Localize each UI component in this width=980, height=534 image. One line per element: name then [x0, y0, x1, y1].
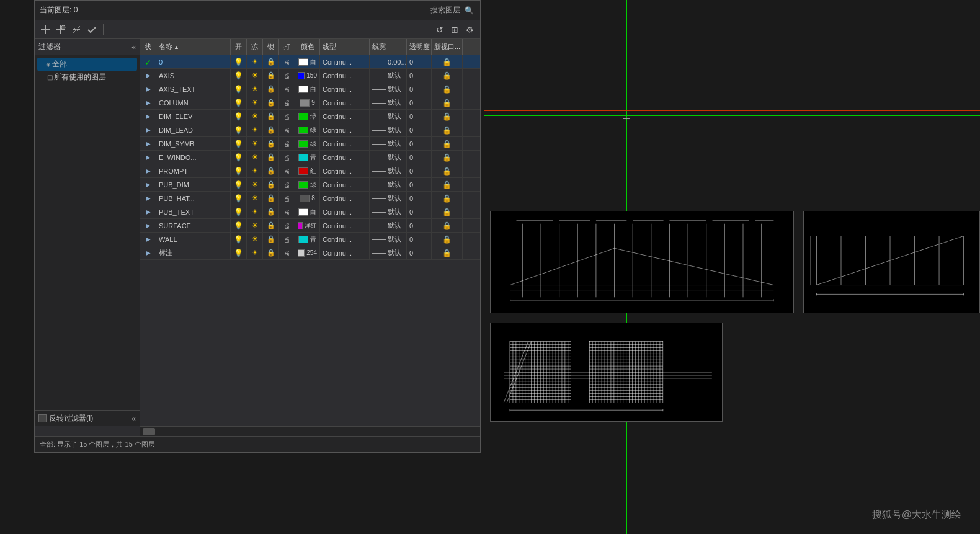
th-linetype[interactable]: 线型	[320, 39, 370, 55]
td-on[interactable]: 💡	[231, 151, 247, 164]
refresh-button[interactable]: ↺	[433, 23, 447, 37]
td-on[interactable]: 💡	[231, 137, 247, 150]
td-freeze[interactable]: ☀	[247, 82, 263, 96]
td-newvp[interactable]: 🔒	[432, 96, 463, 109]
td-linewidth[interactable]: —— 默认	[370, 178, 407, 191]
td-print[interactable]: 🖨	[279, 205, 295, 218]
td-freeze[interactable]: ☀	[247, 205, 263, 218]
td-freeze[interactable]: ☀	[247, 110, 263, 123]
td-linewidth[interactable]: —— 默认	[370, 192, 407, 205]
td-freeze[interactable]: ☀	[247, 151, 263, 164]
td-lock[interactable]: 🔒	[263, 137, 279, 150]
td-newvp[interactable]: 🔒	[432, 192, 463, 205]
td-print[interactable]: 🖨	[279, 123, 295, 136]
td-print[interactable]: 🖨	[279, 151, 295, 164]
td-lock[interactable]: 🔒	[263, 192, 279, 205]
td-lock[interactable]: 🔒	[263, 219, 279, 232]
td-color[interactable]: 150	[295, 69, 320, 82]
td-print[interactable]: 🖨	[279, 233, 295, 246]
td-lock[interactable]: 🔒	[263, 82, 279, 96]
td-newvp[interactable]: 🔒	[432, 164, 463, 177]
td-on[interactable]: 💡	[231, 123, 247, 136]
td-print[interactable]: 🖨	[279, 178, 295, 191]
td-linetype[interactable]: Continu...	[320, 82, 370, 96]
td-linewidth[interactable]: —— 默认	[370, 205, 407, 218]
th-color[interactable]: 颜色	[295, 39, 320, 55]
td-linetype[interactable]: Continu...	[320, 151, 370, 164]
th-on[interactable]: 开	[231, 39, 247, 55]
td-newvp[interactable]: 🔒	[432, 178, 463, 191]
td-linetype[interactable]: Continu...	[320, 178, 370, 191]
filter-item-used[interactable]: ◫ 所有使用的图层	[37, 71, 137, 84]
td-color[interactable]: 绿	[295, 137, 320, 150]
td-lock[interactable]: 🔒	[263, 164, 279, 177]
td-color[interactable]: 青	[295, 233, 320, 246]
td-linetype[interactable]: Continu...	[320, 110, 370, 123]
td-freeze[interactable]: ☀	[247, 123, 263, 136]
td-linewidth[interactable]: —— 默认	[370, 164, 407, 177]
table-row[interactable]: ▶ PROMPT 💡 ☀ 🔒 🖨 红 Continu... —— 默认 0	[140, 164, 480, 178]
set-current-button[interactable]	[85, 23, 99, 37]
td-linetype[interactable]: Continu...	[320, 219, 370, 232]
td-color[interactable]: 绿	[295, 178, 320, 191]
td-newvp[interactable]: 🔒	[432, 110, 463, 123]
td-newvp[interactable]: 🔒	[432, 246, 463, 259]
td-color[interactable]: 白	[295, 205, 320, 218]
td-color[interactable]: 洋红	[295, 219, 320, 232]
td-freeze[interactable]: ☀	[247, 219, 263, 232]
table-row[interactable]: ▶ PUB_HAT... 💡 ☀ 🔒 🖨 8 Continu... —— 默认 …	[140, 192, 480, 205]
td-linewidth[interactable]: —— 默认	[370, 82, 407, 96]
td-linewidth[interactable]: —— 0.00...	[370, 55, 407, 68]
td-color[interactable]: 9	[295, 96, 320, 109]
td-freeze[interactable]: ☀	[247, 164, 263, 177]
td-newvp[interactable]: 🔒	[432, 69, 463, 82]
td-color[interactable]: 白	[295, 55, 320, 68]
td-on[interactable]: 💡	[231, 192, 247, 205]
td-newvp[interactable]: 🔒	[432, 205, 463, 218]
td-print[interactable]: 🖨	[279, 55, 295, 68]
td-on[interactable]: 💡	[231, 219, 247, 232]
td-linewidth[interactable]: —— 默认	[370, 69, 407, 82]
td-color[interactable]: 青	[295, 151, 320, 164]
td-linewidth[interactable]: —— 默认	[370, 219, 407, 232]
viewport-bottom[interactable]	[490, 323, 723, 422]
td-print[interactable]: 🖨	[279, 164, 295, 177]
td-print[interactable]: 🖨	[279, 192, 295, 205]
th-name[interactable]: 名称 ▲	[156, 39, 231, 55]
td-print[interactable]: 🖨	[279, 110, 295, 123]
td-newvp[interactable]: 🔒	[432, 233, 463, 246]
td-color[interactable]: 白	[295, 82, 320, 96]
table-row[interactable]: ▶ SURFACE 💡 ☀ 🔒 🖨 洋红 Continu... —— 默认 0	[140, 219, 480, 233]
td-freeze[interactable]: ☀	[247, 55, 263, 68]
td-linetype[interactable]: Continu...	[320, 205, 370, 218]
td-linewidth[interactable]: —— 默认	[370, 233, 407, 246]
td-newvp[interactable]: 🔒	[432, 219, 463, 232]
td-lock[interactable]: 🔒	[263, 246, 279, 259]
th-lock[interactable]: 锁	[263, 39, 279, 55]
table-row[interactable]: ▶ E_WINDO... 💡 ☀ 🔒 🖨 青 Continu... —— 默认 …	[140, 151, 480, 164]
td-print[interactable]: 🖨	[279, 219, 295, 232]
table-row[interactable]: ▶ DIM_SYMB 💡 ☀ 🔒 🖨 绿 Continu... —— 默认 0	[140, 137, 480, 151]
td-freeze[interactable]: ☀	[247, 137, 263, 150]
table-row[interactable]: ▶ DIM_ELEV 💡 ☀ 🔒 🖨 绿 Continu... —— 默认 0	[140, 110, 480, 123]
filter-collapse-button[interactable]: «	[131, 43, 136, 51]
td-lock[interactable]: 🔒	[263, 205, 279, 218]
td-linewidth[interactable]: —— 默认	[370, 96, 407, 109]
td-newvp[interactable]: 🔒	[432, 151, 463, 164]
td-freeze[interactable]: ☀	[247, 233, 263, 246]
table-row[interactable]: ▶ WALL 💡 ☀ 🔒 🖨 青 Continu... —— 默认 0	[140, 233, 480, 246]
export-button[interactable]: ⊞	[448, 23, 461, 37]
td-print[interactable]: 🖨	[279, 82, 295, 96]
td-linewidth[interactable]: —— 默认	[370, 246, 407, 259]
reverse-filter-checkbox[interactable]	[38, 414, 47, 422]
table-row[interactable]: ▶ 标注 💡 ☀ 🔒 🖨 254 Continu... —— 默认 0	[140, 246, 480, 260]
td-lock[interactable]: 🔒	[263, 96, 279, 109]
td-newvp[interactable]: 🔒	[432, 55, 463, 68]
table-row[interactable]: ▶ DIM_LEAD 💡 ☀ 🔒 🖨 绿 Continu... —— 默认 0	[140, 123, 480, 137]
td-on[interactable]: 💡	[231, 96, 247, 109]
td-color[interactable]: 绿	[295, 110, 320, 123]
new-layer-button[interactable]	[38, 23, 52, 37]
td-lock[interactable]: 🔒	[263, 151, 279, 164]
td-on[interactable]: 💡	[231, 110, 247, 123]
td-freeze[interactable]: ☀	[247, 178, 263, 191]
